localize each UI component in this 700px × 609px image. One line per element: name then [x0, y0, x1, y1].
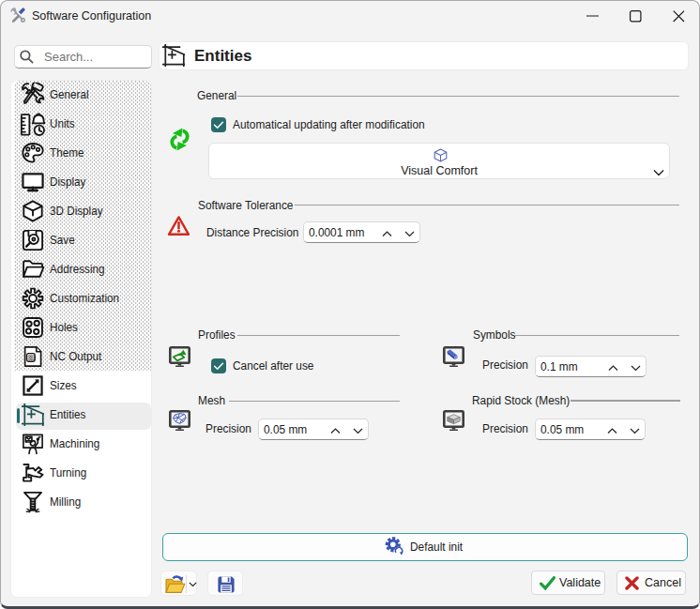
svg-text:G02: G02	[28, 358, 35, 361]
